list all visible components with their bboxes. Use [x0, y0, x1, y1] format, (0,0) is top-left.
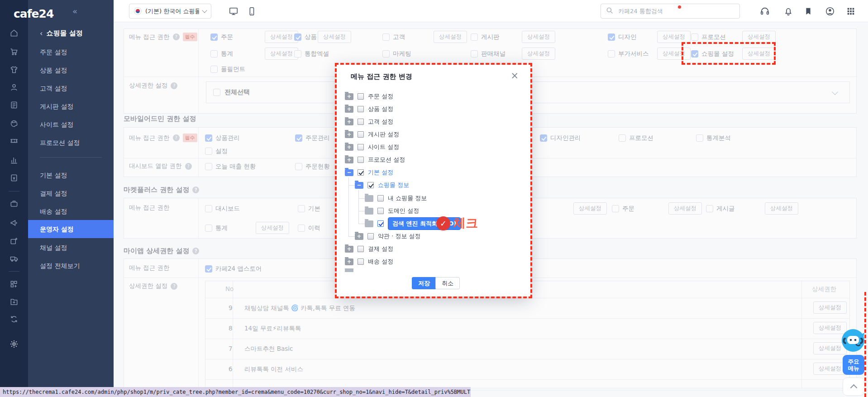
- sidebar-item-site-settings[interactable]: 사이트 설정: [28, 119, 114, 130]
- briefcase-icon[interactable]: [10, 199, 19, 208]
- apps-grid-icon[interactable]: [846, 6, 856, 16]
- products-shirt-icon[interactable]: [10, 65, 19, 74]
- expand-plus-icon[interactable]: [345, 246, 353, 253]
- tree-checkbox[interactable]: [377, 195, 384, 201]
- sidebar-item-customer-settings[interactable]: 고객 설정: [28, 83, 114, 94]
- mobile-checkbox-statistics[interactable]: 통계분석: [696, 134, 731, 142]
- perm-checkbox-statistics[interactable]: 통계: [210, 50, 233, 58]
- collapse-minus-icon[interactable]: [355, 182, 363, 189]
- perm-checkbox-saleschannel[interactable]: 판매채널: [471, 50, 506, 58]
- help-icon[interactable]: ?: [171, 82, 177, 89]
- sidebar-item-promotion-settings[interactable]: 프로모션 설정: [28, 137, 114, 148]
- sidebar-item-basic-settings[interactable]: 기본 설정: [28, 170, 114, 181]
- mobile-checkbox-order-status[interactable]: 주문현황: [295, 163, 330, 171]
- chatbot-icon[interactable]: [841, 328, 865, 353]
- detail-settings-button[interactable]: 상세설정: [318, 31, 351, 43]
- marketplus-checkbox-dashboard[interactable]: 대시보드: [205, 205, 240, 213]
- tree-checkbox[interactable]: [367, 233, 374, 239]
- excel-doc-icon[interactable]: [10, 173, 19, 182]
- perm-checkbox-board[interactable]: 게시판: [471, 33, 500, 41]
- tree-checkbox[interactable]: [367, 182, 374, 188]
- marketplus-checkbox-basic[interactable]: 기본: [298, 205, 320, 213]
- tree-item-site-settings[interactable]: 사이트 설정: [345, 142, 399, 152]
- detail-settings-button[interactable]: 상세설정: [522, 31, 555, 43]
- tree-item-terms-info-settings[interactable]: 약관 · 정보 설정: [355, 231, 421, 241]
- account-avatar-icon[interactable]: [825, 6, 835, 16]
- scroll-to-top-button[interactable]: [843, 378, 864, 396]
- detail-settings-button[interactable]: 상세설정: [813, 301, 847, 314]
- tree-checkbox[interactable]: [358, 131, 364, 138]
- myapp-checkbox-appstore[interactable]: 카페24 앱스토어: [205, 265, 262, 273]
- tree-item-board-settings[interactable]: 게시판 설정: [345, 129, 399, 139]
- help-icon[interactable]: ?: [192, 187, 199, 193]
- desktop-preview-icon[interactable]: [229, 6, 238, 16]
- detail-settings-button[interactable]: 상세설정: [668, 202, 702, 215]
- tree-item-basic-settings[interactable]: 기본 설정: [345, 167, 393, 177]
- sidebar-collapse-button[interactable]: «: [72, 6, 77, 16]
- perm-checkbox-order[interactable]: 주문: [210, 33, 233, 41]
- perm-checkbox-customer[interactable]: 고객: [382, 33, 405, 41]
- expand-plus-icon[interactable]: [345, 131, 353, 138]
- expand-plus-icon[interactable]: [345, 157, 353, 163]
- select-all-checkbox[interactable]: [213, 89, 220, 96]
- marketing-megaphone-icon[interactable]: [10, 218, 19, 227]
- perm-checkbox-design[interactable]: 디자인: [608, 33, 637, 41]
- promotion-ticket-icon[interactable]: [10, 137, 19, 146]
- search-input[interactable]: [617, 7, 735, 15]
- detail-settings-button[interactable]: 상세설정: [813, 363, 847, 375]
- help-icon[interactable]: ?: [171, 283, 177, 290]
- detail-settings-button[interactable]: 상세설정: [657, 31, 691, 43]
- tree-checkbox[interactable]: [358, 144, 364, 150]
- perm-checkbox-excel[interactable]: 통합엑셀: [294, 50, 329, 58]
- tree-checkbox[interactable]: [377, 220, 384, 227]
- expand-plus-icon[interactable]: [355, 233, 363, 240]
- tree-checkbox[interactable]: [358, 93, 364, 100]
- collapse-minus-icon[interactable]: [345, 169, 353, 176]
- perm-checkbox-product[interactable]: 상품: [294, 33, 317, 41]
- expand-plus-icon[interactable]: [345, 119, 353, 125]
- expand-plus-icon[interactable]: [345, 258, 353, 265]
- sidebar-item-board-settings[interactable]: 게시판 설정: [28, 101, 114, 112]
- detail-settings-button[interactable]: 상세설정: [765, 202, 798, 215]
- expand-plus-icon[interactable]: [345, 144, 353, 151]
- bookmark-icon[interactable]: [803, 6, 813, 16]
- tree-checkbox[interactable]: [358, 119, 364, 125]
- mobile-checkbox-order-mgmt[interactable]: 주문관리: [295, 134, 330, 142]
- tree-item-my-mall-info[interactable]: 내 쇼핑몰 정보: [365, 193, 427, 203]
- help-icon[interactable]: ?: [192, 248, 199, 254]
- tree-checkbox[interactable]: [358, 157, 364, 163]
- help-icon[interactable]: ?: [173, 134, 180, 141]
- expand-plus-icon[interactable]: [345, 93, 353, 100]
- tree-checkbox[interactable]: [358, 258, 364, 265]
- folder-plus-icon[interactable]: [10, 297, 19, 306]
- mobile-checkbox-settings[interactable]: 설정: [205, 147, 228, 155]
- fulfillment-truck-icon[interactable]: [10, 254, 19, 263]
- channel-box-plus-icon[interactable]: [10, 236, 19, 245]
- sidebar-item-product-settings[interactable]: 상품 설정: [28, 65, 114, 76]
- sidebar-item-operator-settings[interactable]: 운영자 설정: [28, 220, 114, 238]
- help-icon[interactable]: ?: [185, 163, 192, 170]
- tree-item-promotion-settings[interactable]: 프로모션 설정: [345, 155, 405, 165]
- perm-checkbox-marketing[interactable]: 마케팅: [382, 50, 411, 58]
- board-icon[interactable]: [10, 100, 19, 110]
- cafe24-logo[interactable]: cafe24: [14, 7, 53, 20]
- tree-item-order-settings[interactable]: 주문 설정: [345, 91, 393, 101]
- sidebar-title[interactable]: ‹ 쇼핑몰 설정: [40, 29, 83, 38]
- expand-plus-icon[interactable]: [345, 106, 353, 113]
- detail-settings-button[interactable]: 상세설정: [265, 48, 298, 60]
- marketplus-checkbox-history[interactable]: 이력: [298, 224, 320, 232]
- orders-cart-icon[interactable]: [10, 47, 19, 56]
- tree-checkbox[interactable]: [377, 208, 384, 214]
- mobile-checkbox-today-sales[interactable]: 오늘 매출 현황: [205, 163, 256, 171]
- sidebar-item-order-settings[interactable]: 주문 설정: [28, 47, 114, 57]
- design-palette-icon[interactable]: [10, 119, 19, 128]
- help-icon[interactable]: ?: [173, 33, 180, 40]
- apps-grid-plus-icon[interactable]: [10, 280, 19, 289]
- detail-settings-button[interactable]: 상세설정: [522, 48, 555, 60]
- sidebar-item-shipping-settings[interactable]: 배송 설정: [28, 206, 114, 217]
- perm-checkbox-addon[interactable]: 부가서비스: [608, 50, 649, 58]
- home-icon[interactable]: [10, 29, 19, 38]
- support-headset-icon[interactable]: [760, 6, 770, 16]
- mobile-preview-icon[interactable]: [247, 6, 257, 16]
- tree-checkbox[interactable]: [358, 169, 364, 176]
